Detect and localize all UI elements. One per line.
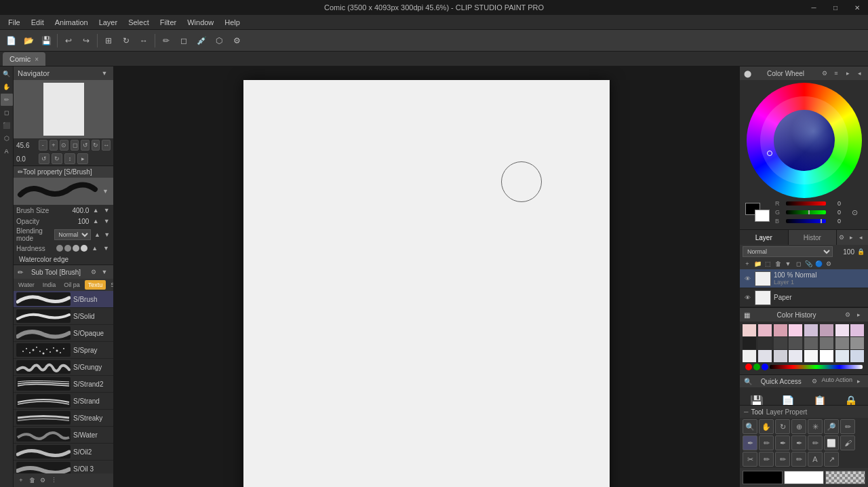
- layer-settings-btn[interactable]: ⚙: [824, 259, 833, 269]
- tool-pencil-btn[interactable]: ✏: [840, 419, 855, 434]
- r-bar[interactable]: [786, 201, 826, 206]
- hardness-dot-3[interactable]: [73, 245, 79, 252]
- color-circle-blue[interactable]: [762, 364, 768, 370]
- subtool-more-btn[interactable]: ⋮: [49, 475, 58, 485]
- tool-pen7-btn[interactable]: ✏: [791, 452, 806, 467]
- brush-size-down[interactable]: ▼: [102, 206, 111, 215]
- menu-animation[interactable]: Animation: [50, 17, 94, 28]
- menu-help[interactable]: Help: [219, 17, 245, 28]
- menu-filter[interactable]: Filter: [155, 17, 182, 28]
- qa-save-as[interactable]: 📄 Save as: [772, 389, 804, 405]
- qa-auto-action-icon[interactable]: ⚙: [810, 376, 819, 386]
- subtool-item-sgrungy[interactable]: S/Grungy: [14, 359, 113, 376]
- tool-pen4-btn[interactable]: ✏: [808, 435, 823, 450]
- layer-property-tab[interactable]: Layer Propert: [766, 408, 808, 416]
- settings-button[interactable]: ⚙: [229, 33, 245, 49]
- hardness-up[interactable]: ▲: [90, 244, 99, 253]
- qa-save[interactable]: 💾 Save: [741, 389, 772, 405]
- nav-rotate-cw[interactable]: ↻: [92, 140, 100, 151]
- tool-magnify-btn[interactable]: 🔍: [743, 419, 757, 434]
- cw-expand-icon[interactable]: ▸: [843, 69, 852, 78]
- hardness-dot-2[interactable]: [64, 245, 71, 252]
- menu-select[interactable]: Select: [123, 17, 155, 28]
- swatch-1[interactable]: [758, 324, 772, 336]
- cw-menu-icon[interactable]: ≡: [831, 69, 841, 78]
- tool-text-btn[interactable]: A: [808, 452, 823, 467]
- flip-button[interactable]: ↔: [136, 33, 152, 49]
- subtool-tab-water[interactable]: Water: [15, 280, 38, 290]
- hardness-dot-1[interactable]: [56, 245, 63, 252]
- minimize-button[interactable]: ─: [803, 0, 825, 15]
- layer-add-btn[interactable]: +: [743, 259, 752, 269]
- color-circle-green[interactable]: [753, 364, 760, 370]
- swatch-4[interactable]: [804, 324, 818, 336]
- subtool-tab-textu[interactable]: Textu: [85, 280, 106, 290]
- swatch-15[interactable]: [850, 337, 864, 349]
- menu-edit[interactable]: Edit: [26, 17, 50, 28]
- nav-zoom-in[interactable]: +: [50, 140, 58, 151]
- layer-refcolor-btn[interactable]: 🔵: [814, 259, 823, 269]
- swatch-20[interactable]: [804, 350, 818, 362]
- color-chip-transparent[interactable]: [825, 471, 865, 484]
- swatch-10[interactable]: [774, 337, 787, 349]
- menu-window[interactable]: Window: [182, 17, 219, 28]
- save-button[interactable]: 💾: [38, 33, 54, 49]
- tool-pen-btn[interactable]: ✒: [743, 435, 757, 450]
- eyedropper-button[interactable]: 💉: [193, 33, 210, 49]
- color-wheel-toggle[interactable]: ⊙: [846, 204, 863, 220]
- subtool-settings-btn[interactable]: ⚙: [38, 475, 47, 485]
- swatch-22[interactable]: [835, 350, 849, 362]
- background-color[interactable]: [755, 210, 770, 222]
- subtool-add-btn[interactable]: +: [16, 475, 26, 485]
- layer-visibility-icon[interactable]: 👁: [743, 274, 752, 284]
- layer-settings-icon[interactable]: ⚙: [837, 233, 846, 242]
- hardness-dot-4[interactable]: [81, 245, 87, 252]
- swatch-21[interactable]: [820, 350, 833, 362]
- swatch-9[interactable]: [758, 337, 772, 349]
- tool-search2-btn[interactable]: 🔎: [824, 419, 839, 434]
- eraser-tool-btn[interactable]: ◻: [1, 106, 13, 119]
- color-wheel-container[interactable]: [747, 83, 862, 198]
- swatch-3[interactable]: [789, 324, 802, 336]
- swatch-23[interactable]: [850, 350, 864, 362]
- swatch-7[interactable]: [850, 324, 864, 336]
- color-circle-red[interactable]: [745, 364, 752, 370]
- canvas[interactable]: [243, 80, 610, 487]
- history-tab[interactable]: Histor: [789, 230, 837, 245]
- swatch-13[interactable]: [820, 337, 833, 349]
- subtool-item-ssolid[interactable]: S/Solid: [14, 308, 113, 325]
- pen-button[interactable]: ✏: [158, 33, 174, 49]
- open-button[interactable]: 📂: [20, 33, 37, 49]
- swatch-19[interactable]: [789, 350, 802, 362]
- blending-select[interactable]: Normal: [54, 229, 91, 240]
- qa-expand[interactable]: ▸: [854, 376, 864, 386]
- maximize-button[interactable]: □: [825, 0, 846, 15]
- swatch-2[interactable]: [774, 324, 787, 336]
- layer-folder-btn[interactable]: 📁: [753, 259, 762, 269]
- layer-paper-visibility[interactable]: 👁: [743, 293, 752, 303]
- layer-item-paper[interactable]: 👁 Paper: [740, 288, 868, 307]
- nav-rotate-ccw[interactable]: ↺: [81, 140, 90, 151]
- swatch-6[interactable]: [835, 324, 849, 336]
- subtool-tab-india[interactable]: India: [39, 280, 60, 290]
- swatch-14[interactable]: [835, 337, 849, 349]
- tool-scissors-btn[interactable]: ✂: [743, 452, 757, 467]
- eraser-button[interactable]: ◻: [176, 33, 192, 49]
- nav-fit[interactable]: ⊙: [60, 140, 68, 151]
- tab-close[interactable]: ×: [35, 56, 39, 63]
- nav-collapse-btn[interactable]: ▼: [100, 69, 109, 78]
- opacity-down[interactable]: ▼: [102, 216, 111, 226]
- opacity-up[interactable]: ▲: [92, 216, 100, 226]
- swatch-16[interactable]: [743, 350, 756, 362]
- layer-blend-mode-select[interactable]: Normal: [743, 246, 833, 257]
- fill-button[interactable]: ⬡: [211, 33, 227, 49]
- swatch-0[interactable]: [743, 324, 756, 336]
- qa-save-in[interactable]: 📋 Save in pr...: [804, 389, 835, 405]
- subtool-tab-oilpa[interactable]: Oil pa: [60, 280, 83, 290]
- nav-rot-reset[interactable]: ↕: [64, 153, 75, 164]
- nav-flip[interactable]: ↔: [102, 140, 111, 151]
- subtool-delete-btn[interactable]: 🗑: [27, 475, 37, 485]
- tool-edit-btn[interactable]: ✏: [759, 435, 774, 450]
- tool-rotate-btn[interactable]: ↻: [775, 419, 790, 434]
- qa-lock-trans[interactable]: 🔒 Lock trans...: [835, 389, 867, 405]
